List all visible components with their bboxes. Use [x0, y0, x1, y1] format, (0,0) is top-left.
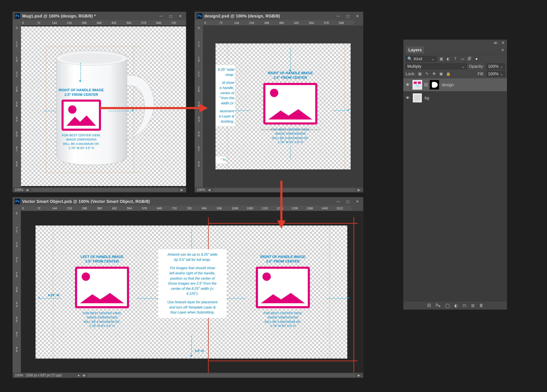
horizontal-scrollbar[interactable]	[88, 374, 355, 377]
blend-mode-dropdown[interactable]: Multiply ⌄	[405, 63, 467, 69]
filter-pixel-icon[interactable]: ▦	[439, 56, 444, 61]
scroll-right-icon[interactable]: ▶	[358, 188, 361, 192]
layer-row[interactable]: 👁 bg	[403, 91, 507, 104]
scroll-left-icon[interactable]: ◀	[208, 188, 211, 192]
visibility-toggle-icon[interactable]: 👁	[405, 96, 410, 100]
template-subtext: FOR BEST CENTER VIEW,	[54, 133, 108, 138]
statusbar: 100% ◀ ▶	[13, 187, 186, 192]
photoshop-badge-icon: Ps	[15, 199, 20, 204]
lock-all-icon[interactable]: 🔒	[446, 71, 451, 76]
horizontal-scrollbar[interactable]	[32, 188, 178, 192]
opacity-label: Opacity:	[469, 64, 484, 69]
canvas-area[interactable]: RIGHT OF HANDLE IMAGE 2.5" FROM CENTER F…	[21, 26, 186, 187]
panel-menu-icon[interactable]: ≡	[501, 48, 504, 52]
ruler-horizontal[interactable]: 072144216288360432504576648720	[21, 20, 186, 26]
filter-smart-icon[interactable]: 🗐	[467, 57, 472, 61]
filter-type-icon[interactable]: T	[453, 57, 458, 61]
chevron-down-icon: ⌄	[500, 64, 503, 69]
layer-row[interactable]: 👁 ⛓ design	[403, 78, 507, 91]
layers-panel: ≪ ✕ Layers ≡ 🔍 Kind ⌄ ▦ ◐ T ▭ 🗐 ● Multip…	[403, 40, 507, 310]
layer-thumbnail[interactable]	[412, 80, 422, 89]
scroll-left-icon[interactable]: ◀	[82, 373, 86, 377]
selection-edge	[208, 223, 358, 224]
close-button[interactable]: ✕	[354, 198, 361, 205]
close-panel-icon[interactable]: ✕	[501, 41, 505, 45]
ruler-horizontal[interactable]: 0721442162883604325045766487207928649361…	[21, 206, 351, 211]
filter-kind-dropdown[interactable]: 🔍 Kind ⌄	[405, 56, 437, 62]
horizontal-scrollbar[interactable]	[214, 188, 355, 192]
fill-input[interactable]: 100% ⌄	[486, 71, 505, 77]
image-placeholder-icon	[256, 267, 310, 308]
lock-transparency-icon[interactable]: ▩	[417, 71, 423, 76]
document-title: Mug1.psd @ 100% (design, RGB/8) *	[22, 14, 155, 19]
panel-footer: ⛓ fx▾ ◯ ◐ 🗀 ⊞ 🗑	[403, 301, 507, 309]
ruler-origin[interactable]	[13, 20, 21, 26]
minimize-button[interactable]: —	[334, 13, 342, 19]
selection-edge	[354, 217, 354, 373]
new-group-icon[interactable]: 🗀	[462, 303, 467, 308]
close-button[interactable]: ✕	[354, 13, 361, 19]
minimize-button[interactable]: —	[157, 13, 165, 19]
maximize-button[interactable]: ▢	[167, 13, 174, 19]
close-button[interactable]: ✕	[177, 13, 184, 19]
svg-point-1	[61, 53, 123, 63]
search-icon: 🔍	[407, 56, 412, 61]
visibility-toggle-icon[interactable]: 👁	[405, 83, 410, 87]
layer-thumbnail[interactable]	[412, 93, 422, 103]
link-icon[interactable]: ⛓	[424, 83, 428, 87]
zoom-level[interactable]: 100%	[15, 373, 23, 377]
layer-fx-icon[interactable]: fx▾	[436, 303, 441, 309]
zoom-level[interactable]: 100%	[15, 188, 23, 192]
layer-mask-thumbnail[interactable]	[430, 80, 439, 89]
image-placeholder-icon	[75, 267, 129, 308]
filter-adjustment-icon[interactable]: ◐	[446, 56, 451, 61]
ruler-vertical[interactable]: 0721421283643505764	[195, 26, 203, 187]
photoshop-badge-icon: Ps	[197, 13, 202, 19]
ruler-vertical[interactable]: 0721421283643505764	[13, 26, 21, 187]
opacity-input[interactable]: 100% ⌄	[486, 63, 505, 69]
lock-position-icon[interactable]: ✥	[432, 71, 437, 76]
statusbar: 100% ◀ ▶	[195, 187, 363, 192]
ruler-vertical[interactable]: 0721421283643505764	[13, 211, 21, 373]
maximize-button[interactable]: ▢	[344, 198, 351, 205]
document-dimensions[interactable]: 1500 pt x 637 pt (72 ppi)	[26, 373, 76, 377]
add-mask-icon[interactable]: ◯	[445, 303, 450, 308]
fill-label: Fill:	[478, 71, 484, 76]
ruler-origin[interactable]	[13, 206, 21, 211]
layer-name[interactable]: bg	[424, 96, 429, 100]
layer-name[interactable]: design	[442, 83, 454, 87]
titlebar[interactable]: Ps design2.psd @ 100% (design, RGB/8) — …	[195, 12, 363, 20]
scroll-right-icon[interactable]: ▶	[358, 373, 361, 377]
titlebar[interactable]: Ps Vector Smart Object.psb @ 100% (Vecto…	[13, 197, 363, 206]
ruler-origin[interactable]	[195, 20, 203, 26]
delete-layer-icon[interactable]: 🗑	[479, 303, 483, 308]
new-layer-icon[interactable]: ⊞	[471, 303, 475, 308]
zoom-level[interactable]: 100%	[197, 188, 205, 192]
minimize-button[interactable]: —	[334, 198, 342, 205]
document-title: design2.psd @ 100% (design, RGB/8)	[204, 14, 332, 19]
adjustment-layer-icon[interactable]: ◐	[454, 303, 458, 308]
ruler-horizontal[interactable]: 072144216288360432504576648	[203, 20, 354, 26]
link-layers-icon[interactable]: ⛓	[427, 303, 431, 308]
collapse-dock-icon[interactable]: ≪	[493, 41, 498, 45]
statusbar: 100% 1500 pt x 637 pt (72 ppi) ▸ ◀ ▶	[13, 373, 363, 378]
filter-toggle-icon[interactable]: ●	[474, 57, 479, 61]
selection-edge	[208, 361, 358, 361]
canvas-area[interactable]: 8.25" W 3.5" H LEFT OF HANDLE IMAGE 2.5"…	[21, 211, 363, 373]
layers-tab[interactable]: Layers	[406, 46, 424, 54]
chevron-down-icon: ⌄	[500, 71, 503, 76]
titlebar[interactable]: Ps Mug1.psd @ 100% (design, RGB/8) * — ▢…	[13, 12, 186, 20]
scroll-left-icon[interactable]: ◀	[26, 188, 29, 192]
layer-list[interactable]: 👁 ⛓ design 👁 bg	[403, 78, 507, 301]
image-placeholder-icon	[62, 100, 101, 131]
filter-shape-icon[interactable]: ▭	[460, 56, 465, 61]
photoshop-badge-icon: Ps	[15, 13, 20, 19]
scroll-right-icon[interactable]: ▶	[181, 188, 184, 192]
maximize-button[interactable]: ▢	[344, 13, 351, 19]
lock-pixels-icon[interactable]: ✎	[424, 71, 430, 76]
document-window-mug: Ps Mug1.psd @ 100% (design, RGB/8) * — ▢…	[13, 12, 186, 193]
template-heading-sub: 2.5" FROM CENTER	[54, 92, 108, 97]
lock-artboard-icon[interactable]: ▣	[439, 71, 444, 76]
canvas-area[interactable]: 8.25" wide wrap. ld show e handle, cente…	[203, 26, 363, 187]
status-arrow-icon[interactable]: ▸	[78, 373, 80, 377]
